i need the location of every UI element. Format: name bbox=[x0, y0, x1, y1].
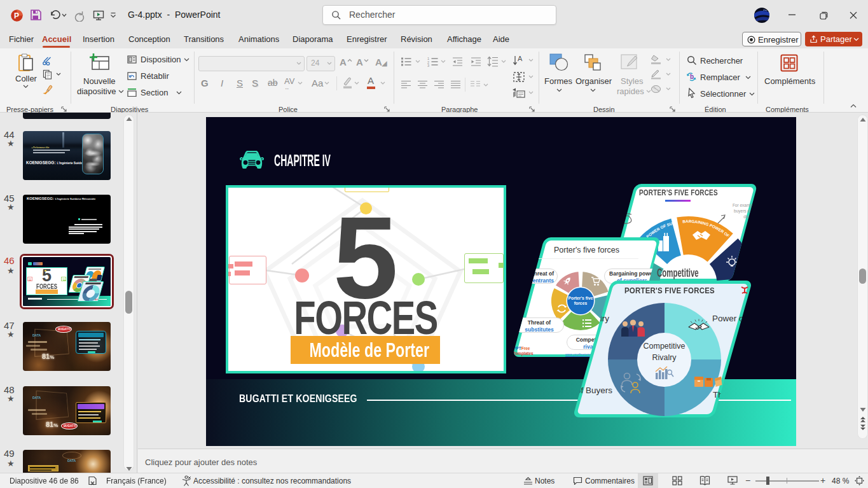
svg-text:b: b bbox=[690, 73, 694, 80]
svg-text:P: P bbox=[14, 11, 19, 20]
svg-text:3: 3 bbox=[427, 64, 429, 67]
svg-text:Porter's five: Porter's five bbox=[568, 296, 593, 300]
svg-text:A: A bbox=[518, 55, 523, 62]
svg-text:forces: forces bbox=[574, 301, 588, 305]
